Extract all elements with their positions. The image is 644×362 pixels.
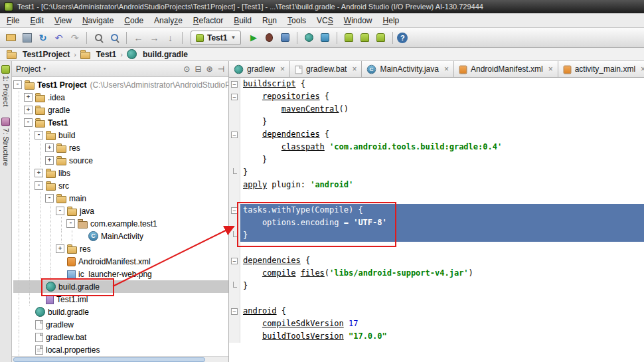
gradle-icon[interactable] <box>317 31 333 45</box>
chevron-down-icon[interactable]: ▾ <box>43 66 46 72</box>
menu-window[interactable]: Window <box>339 14 378 27</box>
fold-collapse-icon[interactable] <box>229 128 240 141</box>
tree-item-com-example-test1[interactable]: -com.example.test1 <box>13 217 228 230</box>
menu-tools[interactable]: Tools <box>282 14 311 27</box>
tree-item-gradlew[interactable]: gradlew <box>13 318 228 331</box>
tool-window-button-7-structure[interactable]: 7: Structure <box>0 118 11 166</box>
replace-icon[interactable] <box>107 31 122 45</box>
settings-icon[interactable]: ⊛ <box>206 64 212 74</box>
collapse-icon[interactable]: - <box>35 181 43 190</box>
fold-collapse-icon[interactable] <box>229 254 240 267</box>
editor-tab-mainactivity-java[interactable]: MainActivity.java× <box>362 61 454 77</box>
collapse-icon[interactable]: - <box>24 118 33 127</box>
editor-tab-gradlew-bat[interactable]: gradlew.bat× <box>290 61 362 77</box>
close-tab-icon[interactable]: × <box>280 64 285 74</box>
collapse-icon[interactable]: - <box>35 131 43 139</box>
run-icon[interactable]: ▶ <box>246 31 261 45</box>
menu-analyze[interactable]: Analyze <box>149 14 188 27</box>
menu-help[interactable]: Help <box>378 14 405 27</box>
editor-tab-activity-main-xml[interactable]: activity_main.xml× <box>558 61 644 77</box>
code-editor[interactable]: buildscript { repositories { mavenCentra… <box>229 78 644 362</box>
breadcrumb-item-test1project[interactable]: Test1Project <box>5 50 71 59</box>
project-panel-title[interactable]: Project <box>16 64 40 74</box>
menu-navigate[interactable]: Navigate <box>77 14 119 27</box>
menu-file[interactable]: File <box>1 14 25 27</box>
close-tab-icon[interactable]: × <box>548 64 553 74</box>
expand-icon[interactable]: + <box>24 93 33 102</box>
tree-item-test1-project[interactable]: -Test1 Project(C:\Users\Administrator\An… <box>13 78 228 91</box>
tree-item-ic-launcher-web-png[interactable]: ic_launcher-web.png <box>13 268 228 280</box>
recent-icon[interactable]: ↓ <box>163 31 178 45</box>
tree-item-java[interactable]: -java <box>13 205 228 217</box>
sync-icon[interactable]: ↻ <box>35 31 50 45</box>
scrollbar-thumb[interactable] <box>13 357 205 362</box>
collapse-icon[interactable]: - <box>56 207 64 215</box>
collapse-all-icon[interactable]: ⊟ <box>195 64 201 74</box>
expand-icon[interactable]: + <box>24 106 33 114</box>
back-icon[interactable]: ← <box>131 31 146 45</box>
avd-manager-icon[interactable] <box>341 31 357 45</box>
editor-tab-androidmanifest-xml[interactable]: AndroidManifest.xml× <box>454 61 558 77</box>
menu-code[interactable]: Code <box>119 14 149 27</box>
breadcrumb-item-build-gradle[interactable]: build.gradle <box>125 49 189 59</box>
tree-item-gradlew-bat[interactable]: gradlew.bat <box>13 331 228 343</box>
tree-item-build-gradle[interactable]: build.gradle <box>13 280 228 293</box>
project-tree-hscrollbar[interactable] <box>12 356 228 362</box>
run-configuration-combo[interactable]: Test1▼ <box>191 31 241 45</box>
menu-edit[interactable]: Edit <box>25 14 49 27</box>
tree-item-mainactivity[interactable]: MainActivity <box>13 230 228 242</box>
find-icon[interactable] <box>91 31 106 45</box>
sdk-manager-icon[interactable] <box>357 31 372 45</box>
editor-tab-gradlew[interactable]: gradlew× <box>229 61 290 77</box>
expand-icon[interactable]: + <box>45 156 54 165</box>
tree-item-idea[interactable]: +.idea <box>13 91 228 104</box>
hide-panel-icon[interactable]: ⊣ <box>218 64 224 74</box>
gradle-sync-icon[interactable] <box>301 31 317 45</box>
forward-icon[interactable]: → <box>147 31 162 45</box>
debug-icon[interactable] <box>262 31 277 45</box>
fold-end-icon[interactable] <box>229 280 240 292</box>
fold-end-icon[interactable] <box>229 229 240 242</box>
fold-collapse-icon[interactable] <box>229 78 240 90</box>
device-monitor-icon[interactable] <box>373 31 388 45</box>
redo-icon[interactable]: ↷ <box>67 31 82 45</box>
save-icon[interactable] <box>19 31 35 45</box>
tree-item-build[interactable]: -build <box>13 129 228 141</box>
close-tab-icon[interactable]: × <box>641 64 644 74</box>
scroll-from-source-icon[interactable]: ⊙ <box>183 64 190 74</box>
tree-item-build-gradle[interactable]: build.gradle <box>13 306 228 318</box>
menu-view[interactable]: View <box>49 14 77 27</box>
collapse-icon[interactable]: - <box>45 194 54 203</box>
fold-collapse-icon[interactable] <box>229 305 240 317</box>
fold-collapse-icon[interactable] <box>229 204 240 217</box>
tree-item-src[interactable]: -src <box>13 179 228 192</box>
tree-item-androidmanifest-xml[interactable]: AndroidManifest.xml <box>13 255 228 268</box>
open-icon[interactable] <box>3 31 19 45</box>
tree-item-gradle[interactable]: +gradle <box>13 104 228 116</box>
undo-icon[interactable]: ↶ <box>51 31 66 45</box>
help-icon[interactable]: ? <box>397 33 408 43</box>
close-tab-icon[interactable]: × <box>444 64 449 74</box>
tree-item-local-properties[interactable]: local.properties <box>13 343 228 356</box>
menu-run[interactable]: Run <box>257 14 282 27</box>
expand-icon[interactable]: + <box>56 244 64 253</box>
tree-item-test1-iml[interactable]: Test1.iml <box>13 293 228 306</box>
tool-window-button-1-project[interactable]: 1: Project <box>0 65 11 106</box>
close-tab-icon[interactable]: × <box>352 64 357 74</box>
breadcrumb-item-test1[interactable]: Test1 <box>79 50 118 59</box>
collapse-icon[interactable]: - <box>13 80 22 89</box>
tree-item-main[interactable]: -main <box>13 192 228 205</box>
menu-build[interactable]: Build <box>228 14 257 27</box>
expand-icon[interactable]: + <box>35 169 43 177</box>
collapse-icon[interactable]: - <box>66 219 75 228</box>
menu-refactor[interactable]: Refactor <box>188 14 228 27</box>
tree-item-source[interactable]: +source <box>13 154 228 167</box>
tree-item-libs[interactable]: +libs <box>13 167 228 179</box>
menu-vcs[interactable]: VCS <box>311 14 339 27</box>
fold-collapse-icon[interactable] <box>229 90 240 103</box>
tree-item-res[interactable]: +res <box>13 242 228 255</box>
fold-end-icon[interactable] <box>229 166 240 179</box>
expand-icon[interactable]: + <box>45 143 54 152</box>
tree-item-test1[interactable]: -Test1 <box>13 116 228 129</box>
coverage-icon[interactable] <box>278 31 293 45</box>
